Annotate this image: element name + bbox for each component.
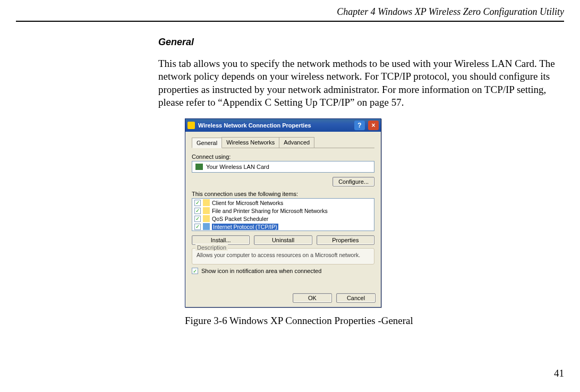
help-button-icon[interactable]: ? [354,121,365,130]
section-title-general: General [158,37,559,48]
cancel-button[interactable]: Cancel [336,293,376,303]
tab-wireless-networks[interactable]: Wireless Networks [221,137,279,148]
checkbox-icon[interactable]: ✓ [194,224,201,230]
items-label: This connection uses the following items… [192,191,374,197]
component-icon [203,223,210,230]
connect-using-label: Connect using: [192,154,374,160]
titlebar[interactable]: Wireless Network Connection Properties ?… [185,119,381,132]
tab-advanced[interactable]: Advanced [279,137,314,148]
xp-dialog-window: Wireless Network Connection Properties ?… [185,118,381,308]
window-icon [187,122,195,129]
list-item[interactable]: ✓ File and Printer Sharing for Microsoft… [192,207,374,215]
network-adapter-icon [195,164,203,170]
show-icon-label: Show icon in notification area when conn… [201,268,321,274]
component-icon [203,207,210,214]
checkbox-icon[interactable]: ✓ [194,216,201,222]
install-button[interactable]: Install... [192,235,250,245]
tab-general[interactable]: General [192,138,222,148]
list-item-label: Internet Protocol (TCP/IP) [212,224,278,230]
checkbox-icon[interactable]: ✓ [194,208,201,214]
checkbox-icon[interactable]: ✓ [194,200,201,206]
chapter-header: Chapter 4 Windows XP Wireless Zero Confi… [16,0,564,21]
header-rule [16,21,564,22]
uninstall-button[interactable]: Uninstall [254,235,312,245]
tab-strip: General Wireless Networks Advanced [192,137,374,148]
description-group: Description Allows your computer to acce… [192,248,374,265]
list-item[interactable]: ✓ Internet Protocol (TCP/IP) [192,223,374,231]
list-item[interactable]: ✓ QoS Packet Scheduler [192,215,374,223]
description-group-title: Description [195,244,228,251]
list-item-label: File and Printer Sharing for Microsoft N… [212,208,328,214]
close-icon[interactable]: × [368,121,379,130]
adapter-field[interactable]: Your Wireless LAN Card [192,161,374,173]
body-paragraph: This tab allows you to specify the netwo… [158,57,559,109]
configure-button[interactable]: Configure... [332,177,374,186]
ok-button[interactable]: OK [293,293,332,303]
adapter-name: Your Wireless LAN Card [206,164,269,170]
list-item[interactable]: ✓ Client for Microsoft Networks [192,199,374,207]
page-number: 41 [554,368,564,379]
figure-caption: Figure 3-6 Windows XP Connection Propert… [185,315,559,327]
connection-items-list[interactable]: ✓ Client for Microsoft Networks ✓ File a… [192,198,374,231]
component-icon [203,199,210,206]
properties-button[interactable]: Properties [317,235,374,245]
list-item-label: Client for Microsoft Networks [212,200,283,206]
description-text: Allows your computer to access resources… [197,252,370,259]
window-title: Wireless Network Connection Properties [198,122,351,129]
show-icon-checkbox[interactable]: ✓ [192,268,198,274]
list-item-label: QoS Packet Scheduler [212,216,268,222]
component-icon [203,215,210,222]
show-icon-row[interactable]: ✓ Show icon in notification area when co… [192,268,374,274]
